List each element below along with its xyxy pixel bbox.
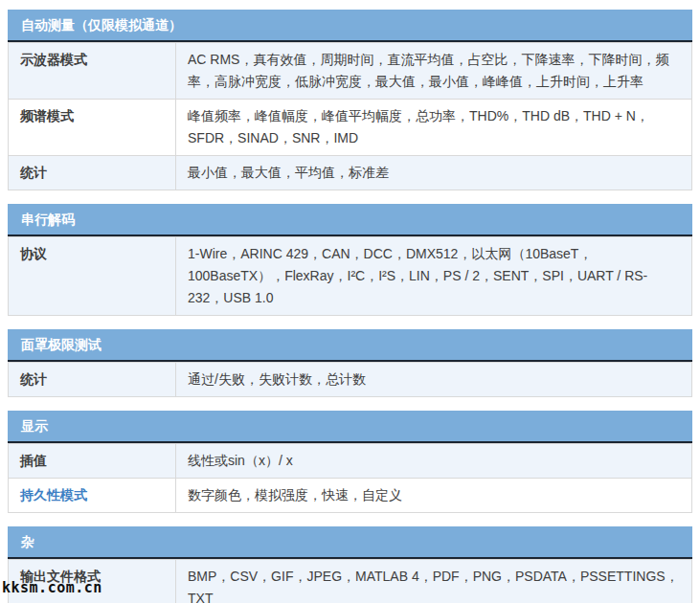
section-title: 杂 <box>8 526 692 559</box>
table-row: 统计最小值，最大值，平均值，标准差 <box>9 156 692 190</box>
spec-page: 自动测量（仅限模拟通道）示波器模式AC RMS，真有效值，周期时间，直流平均值，… <box>0 0 700 603</box>
row-label: 统计 <box>9 363 176 397</box>
table-row: 频谱模式峰值频率，峰值幅度，峰值平均幅度，总功率，THD%，THD dB，THD… <box>9 100 692 156</box>
spec-section: 串行解码协议1-Wire，ARINC 429，CAN，DCC，DMX512，以太… <box>8 204 692 316</box>
table-row: 持久性模式数字颜色，模拟强度，快速，自定义 <box>9 479 692 513</box>
section-title: 自动测量（仅限模拟通道） <box>8 10 692 42</box>
section-title: 显示 <box>8 411 692 443</box>
row-value: BMP，CSV，GIF，JPEG，MATLAB 4，PDF，PNG，PSDATA… <box>176 560 692 603</box>
table-row: 示波器模式AC RMS，真有效值，周期时间，直流平均值，占空比，下降速率，下降时… <box>9 43 692 100</box>
spec-section: 显示插值线性或sin（x）/ x持久性模式数字颜色，模拟强度，快速，自定义 <box>8 411 692 513</box>
spec-section: 面罩极限测试统计通过/失败，失败计数，总计数 <box>8 329 692 397</box>
row-label: 统计 <box>9 156 176 190</box>
row-label: 示波器模式 <box>9 43 176 100</box>
row-label: 频谱模式 <box>9 100 176 156</box>
row-label-link[interactable]: 持久性模式 <box>9 479 176 513</box>
row-value: 数字颜色，模拟强度，快速，自定义 <box>176 479 692 513</box>
watermark-text: kksm.com.cn <box>2 579 102 596</box>
table-row: 输出文件格式BMP，CSV，GIF，JPEG，MATLAB 4，PDF，PNG，… <box>9 560 692 603</box>
spec-sections: 自动测量（仅限模拟通道）示波器模式AC RMS，真有效值，周期时间，直流平均值，… <box>8 10 692 603</box>
row-value: 最小值，最大值，平均值，标准差 <box>176 156 692 190</box>
row-value: 峰值频率，峰值幅度，峰值平均幅度，总功率，THD%，THD dB，THD + N… <box>176 100 692 156</box>
spec-table: 统计通过/失败，失败计数，总计数 <box>8 362 692 397</box>
spec-table: 示波器模式AC RMS，真有效值，周期时间，直流平均值，占空比，下降速率，下降时… <box>8 42 692 190</box>
table-row: 统计通过/失败，失败计数，总计数 <box>9 363 692 397</box>
row-value: 通过/失败，失败计数，总计数 <box>176 363 692 397</box>
spec-section: 自动测量（仅限模拟通道）示波器模式AC RMS，真有效值，周期时间，直流平均值，… <box>8 10 692 190</box>
row-label: 协议 <box>9 237 176 316</box>
section-title: 面罩极限测试 <box>8 329 692 362</box>
table-row: 协议1-Wire，ARINC 429，CAN，DCC，DMX512，以太网（10… <box>9 237 692 316</box>
table-row: 插值线性或sin（x）/ x <box>9 444 692 479</box>
row-label: 插值 <box>9 444 176 479</box>
row-value: AC RMS，真有效值，周期时间，直流平均值，占空比，下降速率，下降时间，频率，… <box>176 43 692 100</box>
row-value: 线性或sin（x）/ x <box>176 444 692 479</box>
spec-table: 插值线性或sin（x）/ x持久性模式数字颜色，模拟强度，快速，自定义 <box>8 443 692 513</box>
spec-section: 杂输出文件格式BMP，CSV，GIF，JPEG，MATLAB 4，PDF，PNG… <box>8 526 692 603</box>
row-value: 1-Wire，ARINC 429，CAN，DCC，DMX512，以太网（10Ba… <box>176 237 692 316</box>
section-title: 串行解码 <box>8 204 692 236</box>
spec-table: 协议1-Wire，ARINC 429，CAN，DCC，DMX512，以太网（10… <box>8 236 692 316</box>
spec-table: 输出文件格式BMP，CSV，GIF，JPEG，MATLAB 4，PDF，PNG，… <box>8 559 692 603</box>
